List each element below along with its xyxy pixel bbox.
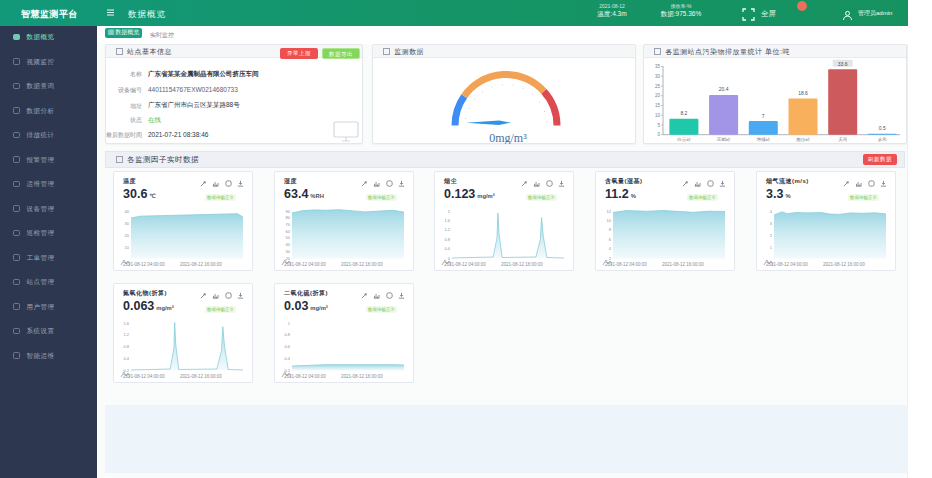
svg-text:增城站: 增城站 [755,137,770,142]
svg-text:30: 30 [655,74,661,79]
svg-text:从化: 从化 [878,136,888,142]
svg-text:20: 20 [655,93,661,98]
svg-text:7: 7 [762,113,765,119]
svg-text:15: 15 [655,103,661,108]
svg-text:35: 35 [655,64,661,69]
svg-text:南沙站: 南沙站 [796,137,810,142]
svg-text:天河: 天河 [838,137,848,142]
svg-text:0.5: 0.5 [879,125,886,131]
svg-text:0: 0 [657,132,660,137]
svg-text:8.2: 8.2 [680,110,687,116]
svg-text:10: 10 [655,113,661,118]
svg-text:白云站: 白云站 [677,137,691,142]
svg-text:25: 25 [655,84,661,89]
svg-text:18.6: 18.6 [798,90,808,96]
svg-text:20.4: 20.4 [719,86,729,92]
svg-text:33.6: 33.6 [838,61,848,67]
svg-text:5: 5 [657,123,660,128]
svg-text:0mg/m³: 0mg/m³ [489,131,527,145]
svg-text:花都站: 花都站 [717,137,731,142]
